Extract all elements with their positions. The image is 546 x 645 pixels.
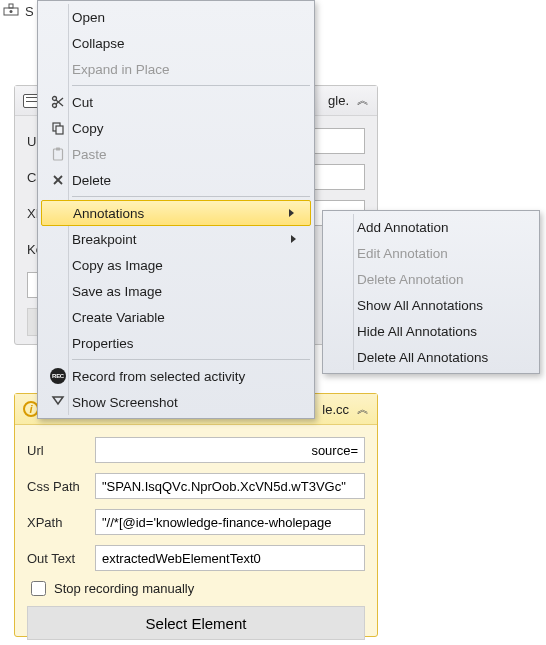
menu-item-label: Paste: [72, 147, 296, 162]
panel-header-text: gle.: [328, 93, 349, 108]
menu-item-expand-in-place: Expand in Place: [40, 56, 312, 82]
submenu-item-edit-annotation: Edit Annotation: [325, 240, 537, 266]
menu-item-annotations[interactable]: Annotations: [41, 200, 311, 226]
rec-icon: REC: [44, 368, 72, 384]
submenu-item-show-all-annotations[interactable]: Show All Annotations: [325, 292, 537, 318]
menu-item-copy-as-image[interactable]: Copy as Image: [40, 252, 312, 278]
stop-recording-label: Stop recording manually: [54, 581, 194, 596]
menu-separator: [72, 196, 310, 197]
annotations-submenu: Add AnnotationEdit AnnotationDelete Anno…: [322, 210, 540, 374]
filter-icon: [44, 395, 72, 409]
context-menu: OpenCollapseExpand in PlaceCutCopyPasteD…: [37, 0, 315, 419]
menu-item-label: Properties: [72, 336, 296, 351]
xpath-label: XPath: [27, 515, 87, 530]
submenu-item-delete-annotation: Delete Annotation: [325, 266, 537, 292]
submenu-item-label: Edit Annotation: [357, 246, 521, 261]
menu-item-label: Annotations: [73, 206, 283, 221]
submenu-item-label: Delete All Annotations: [357, 350, 521, 365]
menu-item-create-variable[interactable]: Create Variable: [40, 304, 312, 330]
select-element-button[interactable]: Select Element: [27, 606, 365, 640]
outtext-input[interactable]: [95, 545, 365, 571]
submenu-arrow-icon: [291, 235, 296, 243]
svg-point-2: [10, 10, 13, 13]
menu-item-save-as-image[interactable]: Save as Image: [40, 278, 312, 304]
menu-item-label: Create Variable: [72, 310, 296, 325]
scissors-icon: [44, 95, 72, 109]
svg-marker-13: [53, 397, 63, 404]
xpath-input[interactable]: [95, 509, 365, 535]
menu-separator: [72, 85, 310, 86]
menu-item-label: Save as Image: [72, 284, 296, 299]
menu-item-copy[interactable]: Copy: [40, 115, 312, 141]
menu-item-label: Expand in Place: [72, 62, 296, 77]
menu-item-delete[interactable]: Delete: [40, 167, 312, 193]
menu-item-label: Open: [72, 10, 296, 25]
window-title-bar: S: [3, 3, 34, 19]
menu-item-breakpoint[interactable]: Breakpoint: [40, 226, 312, 252]
app-icon: [3, 3, 19, 19]
menu-item-label: Delete: [72, 173, 296, 188]
menu-item-cut[interactable]: Cut: [40, 89, 312, 115]
submenu-item-label: Add Annotation: [357, 220, 521, 235]
activity-panel-extract: i REC le.cc ︽ Url Css Path XPath Out Tex…: [14, 393, 378, 637]
submenu-item-hide-all-annotations[interactable]: Hide All Annotations: [325, 318, 537, 344]
outtext-label: Out Text: [27, 551, 87, 566]
svg-rect-1: [9, 4, 13, 8]
menu-item-record-from-selected-activity[interactable]: RECRecord from selected activity: [40, 363, 312, 389]
menu-item-show-screenshot[interactable]: Show Screenshot: [40, 389, 312, 415]
menu-item-label: Collapse: [72, 36, 296, 51]
menu-item-label: Cut: [72, 95, 296, 110]
menu-item-label: Record from selected activity: [72, 369, 296, 384]
submenu-item-add-annotation[interactable]: Add Annotation: [325, 214, 537, 240]
csspath-label: Css Path: [27, 479, 87, 494]
svg-rect-8: [56, 126, 63, 134]
svg-point-3: [53, 104, 57, 108]
collapse-icon[interactable]: ︽: [357, 401, 369, 418]
stop-recording-checkbox[interactable]: [31, 581, 46, 596]
paste-icon: [44, 147, 72, 161]
submenu-item-delete-all-annotations[interactable]: Delete All Annotations: [325, 344, 537, 370]
url-label: Url: [27, 443, 87, 458]
delete-icon: [44, 173, 72, 187]
csspath-input[interactable]: [95, 473, 365, 499]
menu-item-label: Copy as Image: [72, 258, 296, 273]
submenu-arrow-icon: [289, 209, 294, 217]
menu-item-label: Copy: [72, 121, 296, 136]
panel-header-text: le.cc: [322, 402, 349, 417]
menu-separator: [72, 359, 310, 360]
url-input[interactable]: [95, 437, 365, 463]
svg-point-4: [53, 97, 57, 101]
menu-item-label: Breakpoint: [72, 232, 285, 247]
copy-icon: [44, 121, 72, 135]
submenu-item-label: Hide All Annotations: [357, 324, 521, 339]
menu-item-open[interactable]: Open: [40, 4, 312, 30]
submenu-item-label: Delete Annotation: [357, 272, 521, 287]
menu-item-label: Show Screenshot: [72, 395, 296, 410]
menu-item-properties[interactable]: Properties: [40, 330, 312, 356]
menu-item-paste: Paste: [40, 141, 312, 167]
svg-rect-10: [56, 148, 60, 151]
menu-item-collapse[interactable]: Collapse: [40, 30, 312, 56]
svg-rect-9: [54, 149, 63, 160]
window-title-text: S: [25, 4, 34, 19]
submenu-item-label: Show All Annotations: [357, 298, 521, 313]
collapse-icon[interactable]: ︽: [357, 92, 369, 109]
